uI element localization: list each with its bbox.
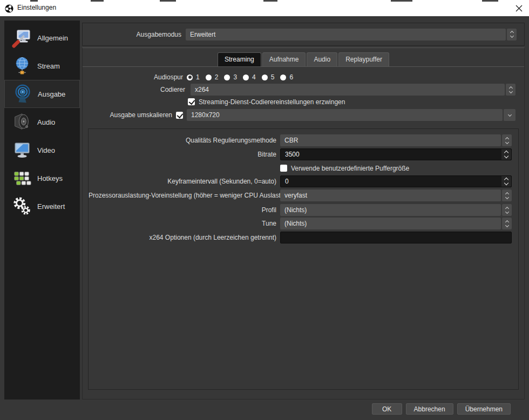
x264-options-row: x264 Optionen (durch Leerzeichen getrenn…	[89, 232, 512, 243]
bitrate-row: Bitrate 3500	[89, 148, 512, 160]
tab-audio[interactable]: Audio	[307, 52, 337, 66]
rescale-output-checkbox[interactable]	[176, 112, 183, 119]
chevron-down-icon	[505, 140, 508, 144]
custom-buffer-label: Verwende benutzerdefinierte Puffergröße	[291, 165, 409, 172]
output-mode-select[interactable]: Erweitert	[186, 29, 517, 40]
combo-spinner[interactable]	[506, 84, 516, 96]
background-window-remnant	[263, 0, 277, 2]
radio-track-4[interactable]: 4	[243, 73, 256, 81]
ok-button[interactable]: OK	[372, 403, 402, 415]
obs-logo-icon	[5, 4, 13, 13]
bitrate-label: Bitrate	[89, 151, 276, 158]
radio-track-1[interactable]: 1	[187, 73, 200, 81]
audio-icon	[12, 112, 32, 132]
spinbox-buttons[interactable]	[501, 149, 511, 160]
hotkeys-icon	[12, 168, 32, 188]
cancel-button[interactable]: Abbrechen	[406, 403, 453, 415]
bitrate-input[interactable]: 3500	[280, 148, 512, 160]
tune-value: (Nichts)	[284, 220, 307, 227]
sidebar-item-hotkeys[interactable]: Hotkeys	[4, 164, 80, 192]
combo-dropdown-button[interactable]	[504, 109, 516, 121]
settings-window: Einstellungen Allgemein	[0, 0, 529, 420]
combo-spinner[interactable]	[507, 29, 517, 40]
output-icon	[12, 84, 33, 104]
background-window-remnant	[30, 0, 38, 2]
spinbox-buttons[interactable]	[501, 176, 511, 187]
tune-row: Tune (Nichts)	[89, 218, 512, 229]
rate-control-select[interactable]: CBR	[280, 134, 512, 146]
rescale-resolution-select[interactable]: 1280x720	[187, 109, 516, 121]
sidebar-item-audio[interactable]: Audio	[4, 108, 80, 136]
profile-select[interactable]: (Nichts)	[280, 204, 512, 216]
tab-aufnahme[interactable]: Aufnahme	[262, 52, 306, 66]
sidebar-item-video[interactable]: Video	[4, 136, 80, 164]
sidebar-item-ausgabe[interactable]: Ausgabe	[4, 80, 80, 108]
rescale-resolution-value: 1280x720	[191, 111, 220, 119]
combo-spinner[interactable]	[502, 134, 512, 146]
radio-icon	[224, 74, 230, 80]
tab-bar: Streaming Aufnahme Audio Replaypuffer	[83, 52, 524, 66]
close-button[interactable]	[513, 3, 525, 13]
tune-select[interactable]: (Nichts)	[280, 218, 512, 229]
sidebar-item-label: Video	[37, 146, 55, 154]
radio-track-3[interactable]: 3	[224, 73, 237, 81]
output-mode-value: Erweitert	[190, 31, 215, 38]
audio-track-radios: 1 2 3 4 5 6	[187, 73, 293, 81]
chevron-down-icon	[505, 209, 508, 213]
keyframe-interval-input[interactable]: 0	[280, 175, 512, 187]
output-settings-panel: Streaming Aufnahme Audio Replaypuffer Au…	[82, 48, 525, 399]
cpu-preset-row: Prozessorauslastung-Voreinstellung (höhe…	[89, 189, 512, 201]
cpu-preset-select[interactable]: veryfast	[280, 189, 512, 201]
sidebar-item-stream[interactable]: Stream	[4, 52, 80, 80]
profile-label: Profil	[89, 206, 276, 214]
apply-button[interactable]: Übernehmen	[457, 403, 511, 415]
custom-buffer-checkbox[interactable]	[280, 165, 287, 172]
radio-track-5[interactable]: 5	[262, 73, 275, 81]
bitrate-value: 3500	[281, 149, 501, 160]
rate-control-value: CBR	[284, 137, 298, 144]
background-window-remnant	[91, 0, 104, 2]
cpu-preset-value: veryfast	[284, 192, 307, 199]
radio-icon	[243, 74, 249, 80]
radio-icon	[280, 74, 286, 80]
sidebar-item-erweitert[interactable]: Erweitert	[4, 192, 80, 220]
sidebar-item-allgemein[interactable]: Allgemein	[4, 24, 80, 52]
cpu-preset-label: Prozessorauslastung-Voreinstellung (höhe…	[89, 192, 276, 199]
dialog-footer: OK Abbrechen Übernehmen	[0, 403, 511, 415]
sidebar-item-label: Erweitert	[37, 202, 65, 211]
chevron-down-icon	[510, 34, 513, 38]
chevron-down-icon	[505, 195, 508, 199]
x264-options-label: x264 Optionen (durch Leerzeichen getrenn…	[89, 234, 276, 241]
radio-track-6[interactable]: 6	[280, 73, 293, 81]
enforce-settings-checkbox[interactable]	[188, 98, 195, 105]
profile-value: (Nichts)	[284, 206, 307, 214]
combo-spinner[interactable]	[502, 204, 512, 216]
audio-track-label: Audiospur	[83, 73, 183, 81]
sidebar-item-label: Audio	[37, 118, 55, 126]
close-icon	[516, 5, 523, 12]
radio-icon	[206, 74, 212, 80]
audio-track-row: Audiospur 1 2 3 4 5 6	[83, 71, 516, 83]
background-window-remnant	[160, 0, 176, 2]
output-mode-label: Ausgabemodus	[83, 31, 181, 38]
rescale-output-row: Ausgabe umskalieren 1280x720	[83, 109, 516, 121]
combo-spinner[interactable]	[502, 218, 512, 229]
keyframe-interval-row: Keyframeintervall (Sekunden, 0=auto) 0	[89, 175, 512, 187]
chevron-down-icon	[504, 181, 508, 185]
tab-streaming[interactable]: Streaming	[218, 52, 261, 66]
x264-options-input[interactable]	[280, 232, 512, 243]
keyframe-interval-value: 0	[281, 176, 501, 187]
tune-label: Tune	[89, 220, 276, 227]
encoder-select[interactable]: x264	[191, 84, 516, 96]
titlebar: Einstellungen	[0, 0, 529, 16]
tab-replaypuffer[interactable]: Replaypuffer	[338, 52, 389, 66]
combo-spinner[interactable]	[502, 189, 512, 201]
window-title: Einstellungen	[17, 4, 56, 11]
chevron-down-icon	[505, 223, 508, 227]
video-icon	[12, 140, 32, 160]
enforce-settings-label: Streaming-Dienst-Codierereinstellungen e…	[199, 98, 345, 106]
rescale-output-label: Ausgabe umskalieren	[83, 111, 172, 119]
encoder-settings-group: Qualitäts Regulierungsmethode CBR Bitrat…	[88, 128, 519, 390]
chevron-down-icon	[504, 154, 508, 158]
radio-track-2[interactable]: 2	[206, 73, 219, 81]
